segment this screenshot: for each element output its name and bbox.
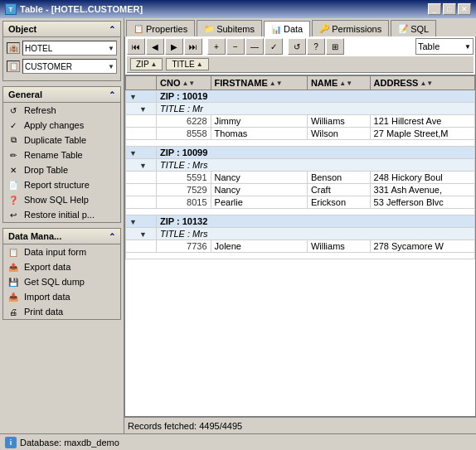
title-bar: T Table - [HOTEL.CUSTOMER] _ □ ✕ [0, 0, 476, 18]
menu-item-apply-changes[interactable]: ✓ Apply changes [3, 118, 120, 133]
data-manager-collapse-icon[interactable]: ⌃ [109, 232, 115, 241]
tab-sql-label: SQL [410, 24, 429, 34]
tab-data-label: Data [284, 24, 303, 34]
minimize-button[interactable]: _ [428, 3, 441, 15]
sort-title-tag[interactable]: TITLE ▲ [166, 58, 208, 70]
sort-title-order: ▲ [197, 60, 203, 68]
table-type-arrow: ▼ [464, 43, 471, 51]
toolbar-btn-9[interactable]: ? [307, 38, 325, 55]
show-sql-help-icon: ❓ [7, 194, 20, 206]
window-icon: T [5, 3, 17, 15]
menu-item-print-data[interactable]: 🖨 Print data [3, 304, 120, 319]
customer-dropdown[interactable]: CUSTOMER ▼ [22, 59, 117, 74]
database-status-text: Database: maxdb_demo [20, 438, 119, 448]
table-row[interactable]: ▼TITLE : Mr [126, 103, 475, 115]
toolbar-btn-5[interactable]: − [226, 38, 245, 55]
table-row[interactable]: 5591NancyBenson248 Hickory Boul [126, 172, 475, 184]
table-row [126, 140, 475, 147]
toolbar-btn-4[interactable]: + [207, 38, 226, 55]
toolbar-btn-2[interactable]: ▶ [165, 38, 183, 55]
tab-properties[interactable]: 📋Properties [126, 20, 195, 36]
export-data-label: Export data [24, 262, 70, 272]
sort-zip-tag[interactable]: ZIP ▲ [130, 58, 163, 70]
col-header-name[interactable]: NAME ▲▼ [307, 76, 370, 90]
sort-zip-order: ▲ [151, 60, 158, 68]
object-label: Object [8, 24, 36, 34]
data-manager-label: Data Mana... [8, 231, 61, 241]
toolbar-btn-7[interactable]: ✓ [265, 38, 283, 55]
table-row[interactable]: 8558ThomasWilson27 Maple Street,M [126, 128, 475, 140]
toolbar-btn-1[interactable]: ◀ [146, 38, 164, 55]
toolbar-btn-6[interactable]: — [245, 38, 264, 55]
general-collapse-icon[interactable]: ⌃ [109, 90, 115, 99]
get-sql-dump-icon: 💾 [7, 276, 20, 288]
toolbar-sep-7 [284, 38, 287, 55]
table-row[interactable]: 7529NancyCraft331 Ash Avenue, [126, 184, 475, 196]
col-header-firstname[interactable]: FIRSTNAME ▲▼ [211, 76, 307, 90]
toolbar-btn-10[interactable]: ⊞ [326, 38, 344, 55]
restore-initial-label: Restore initial p... [24, 210, 95, 220]
import-data-icon: 📥 [7, 291, 20, 302]
object-collapse-icon[interactable]: ⌃ [109, 25, 115, 34]
table-row[interactable]: ▼ZIP : 10019 [126, 90, 475, 103]
customer-dropdown-arrow: ▼ [108, 63, 114, 70]
data-grid-container[interactable]: CNO ▲▼ FIRSTNAME ▲▼ NAME ▲▼ ADDRESS ▲▼ [124, 75, 476, 417]
table-row[interactable]: ▼ZIP : 10132 [126, 215, 475, 228]
toolbar-btn-0[interactable]: ⏮ [127, 38, 145, 55]
menu-item-show-sql-help[interactable]: ❓ Show SQL Help [3, 192, 120, 207]
col-header-empty [126, 76, 157, 90]
menu-item-rename-table[interactable]: ✏ Rename Table [3, 148, 120, 162]
menu-item-data-input-form[interactable]: 📋 Data input form [3, 244, 120, 259]
close-button[interactable]: ✕ [458, 3, 471, 15]
maximize-button[interactable]: □ [443, 3, 456, 15]
toolbar-btn-3[interactable]: ⏭ [184, 38, 202, 55]
database-icon: i [5, 437, 17, 448]
drop-table-label: Drop Table [24, 165, 68, 175]
toolbar-btn-8[interactable]: ↺ [288, 38, 306, 55]
apply-changes-icon: ✓ [7, 119, 20, 131]
table-type-dropdown[interactable]: Table ▼ [415, 38, 474, 55]
menu-item-import-data[interactable]: 📥 Import data [3, 289, 120, 304]
tab-sql-icon: 📝 [398, 24, 408, 33]
import-data-label: Import data [24, 292, 70, 302]
tab-permissions[interactable]: 🔑Permissions [312, 20, 389, 36]
menu-item-export-data[interactable]: 📤 Export data [3, 259, 120, 274]
table-row[interactable]: ▼ZIP : 10099 [126, 147, 475, 159]
duplicate-table-icon: ⧉ [7, 134, 20, 146]
tab-subitems-icon: 📁 [204, 24, 214, 33]
data-manager-header: Data Mana... ⌃ [3, 229, 120, 244]
table-row[interactable]: 6228JimmyWilliams121 Hillcrest Ave [126, 115, 475, 128]
apply-changes-label: Apply changes [24, 120, 84, 130]
hotel-dropdown[interactable]: HOTEL ▼ [22, 41, 117, 56]
table-row[interactable]: 8015PearlieErickson53 Jefferson Blvc [126, 196, 475, 209]
table-row[interactable]: ▼TITLE : Mrs [126, 228, 475, 240]
menu-item-restore-initial[interactable]: ↩ Restore initial p... [3, 207, 120, 222]
menu-item-report-structure[interactable]: 📄 Report structure [3, 177, 120, 192]
general-section-header: General ⌃ [3, 87, 120, 103]
tab-permissions-label: Permissions [332, 24, 381, 34]
report-structure-icon: 📄 [7, 179, 20, 191]
menu-item-refresh[interactable]: ↺ Refresh [3, 103, 120, 118]
menu-item-drop-table[interactable]: ✕ Drop Table [3, 162, 120, 177]
refresh-label: Refresh [24, 105, 56, 115]
tab-subitems-label: Subitems [216, 24, 255, 34]
hotel-icon: 🏨 [7, 42, 20, 54]
object-section: Object ⌃ 🏨 HOTEL ▼ 📋 CUSTOMER ▼ [2, 21, 121, 81]
bottom-status-bar: i Database: maxdb_demo [0, 433, 476, 450]
drop-table-icon: ✕ [7, 164, 20, 176]
table-row[interactable]: 7736JoleneWilliams278 Sycamore W [126, 240, 475, 253]
menu-item-get-sql-dump[interactable]: 💾 Get SQL dump [3, 274, 120, 289]
tab-properties-label: Properties [146, 24, 187, 34]
menu-item-duplicate-table[interactable]: ⧉ Duplicate Table [3, 133, 120, 148]
customer-icon: 📋 [7, 60, 20, 72]
col-header-address[interactable]: ADDRESS ▲▼ [370, 76, 474, 90]
tab-sql[interactable]: 📝SQL [391, 20, 436, 36]
tab-data[interactable]: 📊Data [264, 21, 310, 37]
print-data-icon: 🖨 [7, 306, 20, 317]
table-row[interactable]: ▼TITLE : Mrs [126, 159, 475, 172]
export-data-icon: 📤 [7, 261, 20, 273]
tab-subitems[interactable]: 📁Subitems [197, 20, 262, 36]
toolbar-sep-3 [203, 38, 206, 55]
col-header-cno[interactable]: CNO ▲▼ [157, 76, 211, 90]
show-sql-help-label: Show SQL Help [24, 195, 89, 205]
